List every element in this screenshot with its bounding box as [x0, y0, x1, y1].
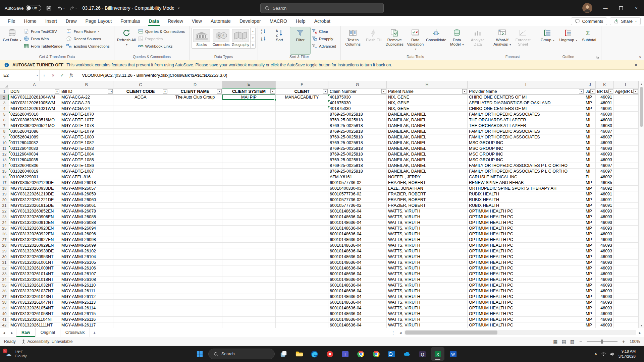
- row-header-42[interactable]: 42: [0, 322, 9, 328]
- cell-D24[interactable]: [168, 220, 222, 226]
- cell-F12[interactable]: [276, 152, 328, 157]
- cell-L9[interactable]: [614, 134, 639, 140]
- ribbon-tab-data[interactable]: Data: [145, 17, 163, 26]
- cell-K42[interactable]: 46093: [596, 322, 614, 328]
- ribbon-sort[interactable]: AZSort: [269, 27, 289, 54]
- cell-G20[interactable]: 60010577736-02: [328, 197, 387, 203]
- cell-I3[interactable]: AFFILIATED DIAGNOSTICS OF OAKLAND: [468, 100, 584, 106]
- cell-C34[interactable]: [113, 277, 168, 283]
- cell-I12[interactable]: MSC GROUP INC: [468, 152, 584, 157]
- cell-C18[interactable]: [113, 186, 168, 191]
- cell-B31[interactable]: MGY-AMMI-26105: [60, 260, 113, 265]
- cell-G21[interactable]: 60010577736-02: [328, 203, 387, 208]
- cell-F19[interactable]: [276, 191, 328, 197]
- cell-H27[interactable]: WATTS, VIRUTH: [387, 237, 468, 243]
- row-header-33[interactable]: 33: [0, 271, 9, 277]
- cell-E33[interactable]: [222, 271, 276, 277]
- cell-L6[interactable]: [614, 117, 639, 123]
- notification-message-link[interactable]: This workbook contains features that pre…: [66, 63, 392, 67]
- row-header-4[interactable]: 4: [0, 106, 9, 112]
- notification-close-button[interactable]: ×: [632, 62, 640, 68]
- cell-H37[interactable]: WATTS, VIRUTH: [387, 294, 468, 300]
- comments-button[interactable]: Comments: [571, 17, 607, 25]
- cell-L15[interactable]: [614, 169, 639, 174]
- cell-G11[interactable]: 8769-25-0025818: [328, 146, 387, 152]
- cell-B40[interactable]: MGY-AMMI-26115: [60, 311, 113, 317]
- cell-E24[interactable]: [222, 220, 276, 226]
- cell-L22[interactable]: [614, 208, 639, 214]
- ribbon-queries-connections[interactable]: Queries & Connections: [137, 28, 187, 35]
- cell-D9[interactable]: [168, 134, 222, 140]
- cell-G17[interactable]: 60010577736-02: [328, 180, 387, 186]
- cell-K16[interactable]: 46092: [596, 174, 614, 180]
- filter-button-br-da[interactable]: ▼: [608, 89, 613, 94]
- cell-L34[interactable]: [614, 277, 639, 283]
- cell-H33[interactable]: WATTS, VIRUTH: [387, 271, 468, 277]
- cell-K14[interactable]: 46097: [596, 163, 614, 169]
- cell-K7[interactable]: 46080: [596, 123, 614, 129]
- ribbon-refresh-all[interactable]: Refresh All ▾: [116, 27, 137, 54]
- cell-K19[interactable]: 46091: [596, 191, 614, 197]
- cell-L27[interactable]: [614, 237, 639, 243]
- cell-D41[interactable]: [168, 317, 222, 322]
- column-header-G[interactable]: G: [328, 81, 387, 88]
- cell-E27[interactable]: [222, 237, 276, 243]
- cell-A24[interactable]: MGY031320260910EN: [9, 220, 60, 226]
- header-cell-age-br-d[interactable]: Age(BR D▼: [614, 88, 639, 95]
- cell-C3[interactable]: [113, 100, 168, 106]
- cell-A11[interactable]: 031126040033: [9, 146, 60, 152]
- cell-G27[interactable]: 60010148636-04: [328, 237, 387, 243]
- cell-L25[interactable]: [614, 226, 639, 231]
- cell-J7[interactable]: MI: [584, 123, 596, 129]
- ribbon-forecast-sheet[interactable]: Forecast Sheet: [513, 27, 533, 54]
- cell-H30[interactable]: WATTS, VIRUTH: [387, 254, 468, 260]
- row-header-14[interactable]: 14: [0, 163, 9, 169]
- cell-H24[interactable]: WATTS, VIRUTH: [387, 220, 468, 226]
- cell-A2[interactable]: MGY031120261004WM: [9, 95, 60, 100]
- row-header-12[interactable]: 12: [0, 152, 9, 157]
- cell-J17[interactable]: MP: [584, 180, 596, 186]
- cell-F34[interactable]: [276, 277, 328, 283]
- close-button[interactable]: ×: [629, 0, 644, 16]
- save-button[interactable]: [44, 3, 53, 13]
- cell-D19[interactable]: [168, 191, 222, 197]
- vertical-scrollbar[interactable]: ▲ ▼: [639, 81, 644, 328]
- cell-H39[interactable]: WATTS, VIRUTH: [387, 305, 468, 311]
- row-header-23[interactable]: 23: [0, 214, 9, 220]
- scroll-down-icon[interactable]: ▼: [639, 323, 644, 328]
- cell-J34[interactable]: MP: [584, 277, 596, 283]
- cell-A39[interactable]: MGY031320261054NT: [9, 305, 60, 311]
- cell-E34[interactable]: [222, 277, 276, 283]
- zoom-out-button[interactable]: −: [579, 339, 583, 344]
- cell-F22[interactable]: [276, 208, 328, 214]
- ribbon-workbook-links[interactable]: Workbook Links: [137, 43, 187, 50]
- cell-C13[interactable]: [113, 157, 168, 163]
- taskbar-red-app-icon[interactable]: [323, 347, 336, 361]
- row-header-29[interactable]: 29: [0, 248, 9, 254]
- cell-A28[interactable]: MGY031320260929EN: [9, 243, 60, 248]
- cell-D12[interactable]: [168, 152, 222, 157]
- row-header-18[interactable]: 18: [0, 186, 9, 191]
- cell-C35[interactable]: [113, 283, 168, 288]
- cell-I24[interactable]: OPTIMUM HEALTH PC: [468, 220, 584, 226]
- cell-K6[interactable]: 46080: [596, 117, 614, 123]
- cell-K22[interactable]: 46093: [596, 208, 614, 214]
- cell-A12[interactable]: 031126040034: [9, 152, 60, 157]
- clock[interactable]: 9:18 AM 3/17/2026: [619, 349, 636, 359]
- cell-G5[interactable]: 8769-25-0025818: [328, 112, 387, 117]
- ribbon-tab-formulas[interactable]: Formulas: [116, 17, 144, 26]
- cell-I8[interactable]: FAMILY ORTHOPEDIC ASSOCIATES: [468, 129, 584, 134]
- cell-J33[interactable]: MP: [584, 271, 596, 277]
- cell-H11[interactable]: DANEILAK, DANIEL: [387, 146, 468, 152]
- gallery-up-icon[interactable]: ▴: [251, 28, 255, 35]
- cell-I26[interactable]: OPTIMUM HEALTH PC: [468, 231, 584, 237]
- page-break-view-button[interactable]: ▥: [570, 339, 575, 344]
- wifi-icon[interactable]: [601, 352, 606, 357]
- sheet-tab-crosswalk[interactable]: Crosswalk: [60, 328, 90, 337]
- cell-H21[interactable]: FRAZIER, ROBERT: [387, 203, 468, 208]
- cell-J29[interactable]: MP: [584, 248, 596, 254]
- cell-C7[interactable]: [113, 123, 168, 129]
- cell-C24[interactable]: [113, 220, 168, 226]
- cell-G15[interactable]: 8769-25-0025818: [328, 169, 387, 174]
- column-header-L[interactable]: L: [614, 81, 639, 88]
